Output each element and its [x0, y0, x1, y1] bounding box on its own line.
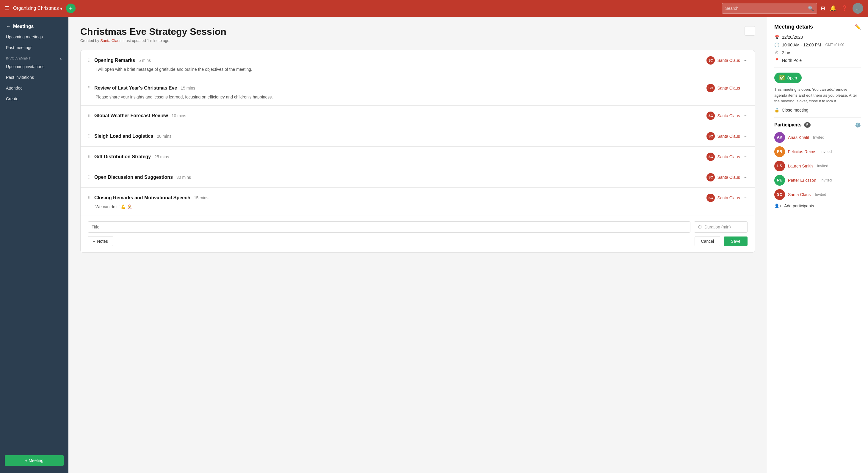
- participants-list: AK Anas Khalil Invited FR Felicitas Reim…: [774, 132, 861, 200]
- participant-name[interactable]: Anas Khalil: [788, 135, 809, 140]
- participants-settings-icon[interactable]: ⚙️: [855, 122, 861, 128]
- agenda-item: ⠿ Opening Remarks 5 mins SC Santa Claus …: [81, 50, 755, 78]
- agenda-owner[interactable]: SC Santa Claus: [707, 153, 740, 161]
- participant-status: Invited: [813, 135, 824, 139]
- open-badge[interactable]: ✅ Open: [774, 72, 802, 83]
- participant-row: SC Santa Claus Invited: [774, 189, 861, 200]
- drag-handle-icon[interactable]: ⠿: [88, 86, 91, 90]
- panel-divider-2: [774, 117, 861, 118]
- agenda-item-duration: 25 mins: [153, 154, 169, 159]
- owner-avatar: SC: [707, 153, 715, 161]
- agenda-more-icon[interactable]: ···: [744, 154, 747, 159]
- sidebar-item-label: Creator: [6, 96, 20, 101]
- sidebar-item-past-meetings[interactable]: Past meetings: [0, 42, 68, 53]
- more-options-button[interactable]: ···: [745, 26, 755, 36]
- cancel-button[interactable]: Cancel: [694, 236, 720, 246]
- user-avatar[interactable]: ...: [852, 3, 863, 14]
- search-bar[interactable]: 🔍: [722, 3, 817, 14]
- participant-name[interactable]: Lauren Smith: [788, 164, 813, 168]
- participant-name[interactable]: Petter Ericsson: [788, 178, 816, 183]
- agenda-more-icon[interactable]: ···: [744, 85, 747, 91]
- new-item-inputs: ⏱ Duration (min): [88, 221, 747, 233]
- participants-title: Participants: [774, 122, 802, 128]
- location-icon: 📍: [774, 58, 779, 63]
- agenda-item-left: ⠿ Open Discussion and Suggestions 30 min…: [88, 175, 191, 180]
- save-label: Save: [731, 239, 740, 244]
- sidebar-item-attendee[interactable]: Attendee: [0, 83, 68, 93]
- page-header: Christmas Eve Strategy Session Created b…: [80, 26, 755, 43]
- agenda-owner[interactable]: SC Santa Claus: [707, 56, 740, 65]
- calendar-icon: 📅: [774, 35, 779, 39]
- page-title-area: Christmas Eve Strategy Session Created b…: [80, 26, 226, 43]
- agenda-more-icon[interactable]: ···: [744, 133, 747, 139]
- agenda-owner[interactable]: SC Santa Claus: [707, 173, 740, 182]
- creator-link[interactable]: Santa Claus: [100, 38, 121, 43]
- open-description: This meeting is open. You can add/remove…: [774, 87, 861, 104]
- agenda-more-icon[interactable]: ···: [744, 58, 747, 63]
- agenda-item-left: ⠿ Gift Distribution Strategy 25 mins: [88, 154, 169, 159]
- drag-handle-icon[interactable]: ⠿: [88, 154, 91, 159]
- agenda-item-right: SC Santa Claus ···: [707, 132, 747, 140]
- timer-icon: ⏱: [774, 50, 779, 55]
- owner-avatar: SC: [707, 173, 715, 182]
- owner-name: Santa Claus: [717, 86, 740, 90]
- bell-icon[interactable]: 🔔: [830, 5, 836, 11]
- agenda-item-right: SC Santa Claus ···: [707, 194, 747, 202]
- owner-name: Santa Claus: [717, 154, 740, 159]
- plus-icon: +: [93, 239, 95, 244]
- owner-avatar: SC: [707, 132, 715, 140]
- agenda-more-icon[interactable]: ···: [744, 175, 747, 180]
- agenda-more-icon[interactable]: ···: [744, 113, 747, 118]
- add-button[interactable]: +: [66, 4, 75, 13]
- sidebar-item-upcoming-meetings[interactable]: Upcoming meetings: [0, 32, 68, 42]
- grid-icon[interactable]: ⊞: [821, 5, 825, 11]
- drag-handle-icon[interactable]: ⠿: [88, 195, 91, 200]
- agenda-item-header: ⠿ Open Discussion and Suggestions 30 min…: [88, 173, 747, 182]
- drag-handle-icon[interactable]: ⠿: [88, 113, 91, 118]
- add-participants-button[interactable]: 👤+ Add participants: [774, 203, 861, 208]
- agenda-owner[interactable]: SC Santa Claus: [707, 84, 740, 92]
- add-meeting-button[interactable]: + Meeting: [5, 455, 64, 466]
- participant-name[interactable]: Felicitas Reims: [788, 149, 816, 154]
- sidebar-item-past-invitations[interactable]: Past invitations: [0, 72, 68, 83]
- agenda-item: ⠿ Closing Remarks and Motivational Speec…: [81, 188, 755, 215]
- sidebar-item-upcoming-invitations[interactable]: Upcoming invitations: [0, 61, 68, 72]
- owner-avatar: SC: [707, 194, 715, 202]
- agenda-owner[interactable]: SC Santa Claus: [707, 112, 740, 120]
- agenda-owner[interactable]: SC Santa Claus: [707, 132, 740, 140]
- new-item-title-input[interactable]: [88, 221, 690, 233]
- right-panel: Meeting details ✏️ 📅 12/20/2023 🕐 10:00 …: [767, 17, 868, 473]
- hamburger-icon[interactable]: ☰: [5, 5, 9, 11]
- participant-row: LS Lauren Smith Invited: [774, 161, 861, 171]
- subtitle-suffix: . Last updated 1 minute ago.: [121, 38, 170, 43]
- owner-avatar: SC: [707, 56, 715, 65]
- open-badge-icon: ✅: [779, 75, 785, 81]
- drag-handle-icon[interactable]: ⠿: [88, 175, 91, 180]
- participant-status: Invited: [820, 149, 832, 154]
- meeting-time: 10:00 AM - 12:00 PM: [782, 42, 821, 47]
- edit-icon[interactable]: ✏️: [855, 24, 861, 30]
- agenda-item: ⠿ Global Weather Forecast Review 10 mins…: [81, 105, 755, 126]
- sidebar-item-creator[interactable]: Creator: [0, 93, 68, 104]
- close-meeting-button[interactable]: 🔒 Close meeting: [774, 108, 861, 113]
- app-title[interactable]: Organizing Christmas ▾: [13, 6, 62, 11]
- help-icon[interactable]: ❓: [841, 5, 848, 11]
- involvement-section: INVOLVEMENT ▲: [0, 53, 68, 61]
- search-input[interactable]: [725, 6, 806, 11]
- detail-date-row: 📅 12/20/2023: [774, 35, 861, 39]
- agenda-item: ⠿ Review of Last Year's Christmas Eve 15…: [81, 78, 755, 105]
- back-arrow-icon: ←: [6, 24, 11, 29]
- participant-name[interactable]: Santa Claus: [788, 192, 811, 197]
- agenda-more-icon[interactable]: ···: [744, 195, 747, 200]
- drag-handle-icon[interactable]: ⠿: [88, 134, 91, 138]
- agenda-item: ⠿ Open Discussion and Suggestions 30 min…: [81, 167, 755, 188]
- agenda-item-left: ⠿ Opening Remarks 5 mins: [88, 58, 151, 63]
- agenda-owner[interactable]: SC Santa Claus: [707, 194, 740, 202]
- notes-button[interactable]: + Notes: [88, 236, 113, 246]
- participant-row: FR Felicitas Reims Invited: [774, 146, 861, 157]
- agenda-item: ⠿ Gift Distribution Strategy 25 mins SC …: [81, 147, 755, 167]
- drag-handle-icon[interactable]: ⠿: [88, 58, 91, 63]
- sidebar-back[interactable]: ← Meetings: [0, 22, 68, 32]
- agenda-item-duration: 5 mins: [137, 58, 151, 63]
- save-button[interactable]: Save: [724, 236, 747, 246]
